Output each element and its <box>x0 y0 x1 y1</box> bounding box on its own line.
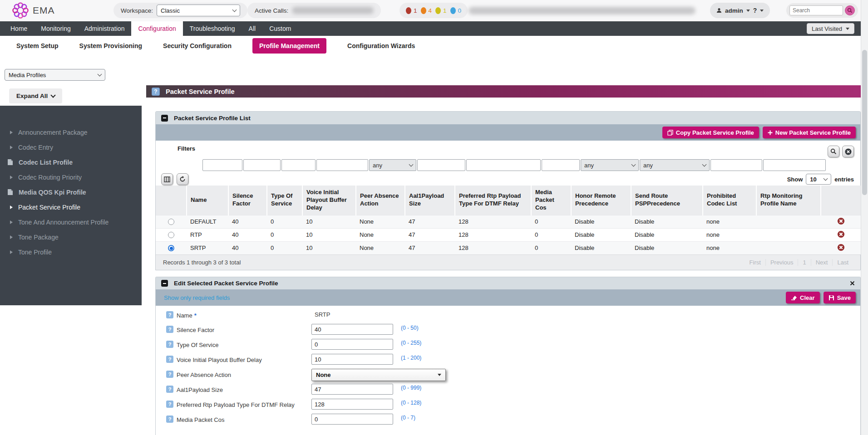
alarm-counter-major[interactable]: 4 <box>421 7 432 14</box>
row-radio-1[interactable] <box>168 232 174 238</box>
column-header-voice-initial-playout-buffer-delay[interactable]: Voice Initial Playout Buffer Delay <box>302 186 356 215</box>
column-header-rtp-monitoring-profile-name[interactable]: Rtp Monitoring Profile Name <box>756 186 821 215</box>
help-icon[interactable]: ? <box>166 371 173 378</box>
help-icon[interactable]: ? <box>166 356 173 363</box>
voice-initial-playout-buffer-delay-input[interactable] <box>311 354 393 365</box>
help-menu[interactable]: ? <box>753 7 757 14</box>
copy-packet-service-profile-button[interactable]: Copy Packet Service Profile <box>662 127 759 138</box>
refresh-button[interactable] <box>177 173 188 185</box>
nav-item-all[interactable]: All <box>242 21 263 36</box>
delete-row-button[interactable] <box>837 217 845 225</box>
collapse-icon[interactable] <box>161 280 168 287</box>
pagination-first[interactable]: First <box>745 259 765 266</box>
pagination-previous[interactable]: Previous <box>765 259 798 266</box>
show-required-fields-link[interactable]: Show only required fields <box>164 294 230 301</box>
filter-input-aal1payload-size[interactable] <box>417 159 465 171</box>
peer-absence-action-dropdown[interactable]: None <box>311 369 446 381</box>
row-radio-0[interactable] <box>168 219 174 225</box>
table-row-rtp[interactable]: RTP 40 0 10 None 47 128 0 Disable Disabl… <box>156 228 861 241</box>
filter-select-honor-remote-precedence[interactable]: any <box>581 159 639 171</box>
row-radio-2[interactable] <box>168 245 174 251</box>
column-header-honor-remote-precedence[interactable]: Honor Remote Precedence <box>571 186 631 215</box>
workspace-select[interactable]: Classic <box>157 5 240 16</box>
filter-search-button[interactable] <box>828 146 839 157</box>
media-packet-cos-input[interactable] <box>311 414 393 425</box>
subnav-item-profile-management[interactable]: Profile Management <box>252 38 326 54</box>
column-header-name[interactable]: Name <box>187 186 228 215</box>
vertical-scrollbar[interactable] <box>861 0 868 435</box>
search-input[interactable] <box>789 5 843 15</box>
alarm-counter-minor[interactable]: 1 <box>435 7 447 14</box>
filter-input-name[interactable] <box>202 159 242 171</box>
close-button[interactable] <box>850 281 855 286</box>
column-header-media-packet-cos[interactable]: Media Packet Cos <box>531 186 571 215</box>
column-header-type-of-service[interactable]: Type Of Service <box>267 186 302 215</box>
type-of-service-input[interactable] <box>311 339 393 350</box>
column-chooser-button[interactable] <box>161 173 173 185</box>
filter-input-media-packet-cos[interactable] <box>542 159 580 171</box>
nav-item-home[interactable]: Home <box>4 21 34 36</box>
filter-input-prohibited-codec-list[interactable] <box>710 159 762 171</box>
alarm-counters[interactable]: 1 4 1 0 <box>399 3 468 18</box>
delete-row-button[interactable] <box>837 244 845 251</box>
sidebar-item-codec-list-profile[interactable]: Codec List Profile <box>0 155 142 170</box>
column-header-send-route-pspprecedence[interactable]: Send Route PSPPrecedence <box>631 186 703 215</box>
preferred-rtp-payload-type-input[interactable] <box>311 399 393 410</box>
nav-item-monitoring[interactable]: Monitoring <box>34 21 77 36</box>
filter-input-type-of-service[interactable] <box>281 159 316 171</box>
filter-clear-button[interactable] <box>842 146 854 157</box>
nav-item-configuration[interactable]: Configuration <box>131 21 182 36</box>
filter-input-rtp-monitoring-profile-name[interactable] <box>763 159 826 171</box>
clear-button[interactable]: Clear <box>786 292 820 303</box>
filter-input-silence-factor[interactable] <box>243 159 281 171</box>
column-header-aal1payload-size[interactable]: Aal1Payload Size <box>405 186 455 215</box>
filter-input-voice-initial-playout-buffer-delay[interactable] <box>316 159 368 171</box>
pagination-next[interactable]: Next <box>811 259 833 266</box>
table-row-default[interactable]: DEFAULT 40 0 10 None 47 128 0 Disable Di… <box>156 215 861 228</box>
subnav-item-configuration-wizards[interactable]: Configuration Wizards <box>347 42 415 49</box>
help-icon[interactable]: ? <box>166 401 173 408</box>
collapse-icon[interactable] <box>161 115 168 122</box>
category-select[interactable]: Media Profiles <box>5 69 105 81</box>
help-icon[interactable]: ? <box>166 341 173 348</box>
subnav-item-security-configuration[interactable]: Security Configuration <box>163 42 232 49</box>
column-header-preferred-rtp-payload-type[interactable]: Preferred Rtp Payload Type For DTMF Rela… <box>455 186 531 215</box>
help-icon[interactable]: ? <box>166 326 173 333</box>
filter-input-preferred-rtp-payload-type[interactable] <box>466 159 541 171</box>
sidebar-item-codec-routing-priority[interactable]: Codec Routing Priority <box>0 170 142 185</box>
subnav-item-system-setup[interactable]: System Setup <box>16 42 59 49</box>
help-icon[interactable]: ? <box>166 386 173 393</box>
help-icon[interactable]: ? <box>166 311 173 318</box>
delete-row-button[interactable] <box>837 230 845 238</box>
search-button[interactable] <box>845 5 855 15</box>
scrollbar-thumb[interactable] <box>862 50 867 195</box>
nav-item-administration[interactable]: Administration <box>78 21 132 36</box>
nav-item-troubleshooting[interactable]: Troubleshooting <box>183 21 242 36</box>
sidebar-item-tone-profile[interactable]: Tone Profile <box>0 244 142 259</box>
pagination-last[interactable]: Last <box>832 259 853 266</box>
alarm-counter-info[interactable]: 0 <box>450 7 462 14</box>
sidebar-item-tone-and-announcement-profile[interactable]: Tone And Announcement Profile <box>0 215 142 230</box>
save-button[interactable]: Save <box>824 292 856 303</box>
silence-factor-input[interactable] <box>311 324 393 335</box>
sidebar-item-announcement-package[interactable]: Announcement Package <box>0 125 142 140</box>
column-header-peer-absence-action[interactable]: Peer Absence Action <box>356 186 405 215</box>
new-packet-service-profile-button[interactable]: New Packet Service Profile <box>763 127 856 138</box>
sidebar-item-tone-package[interactable]: Tone Package <box>0 230 142 244</box>
help-icon[interactable]: ? <box>166 415 173 423</box>
filter-select-peer-absence-action[interactable]: any <box>369 159 416 171</box>
column-header-prohibited-codec-list[interactable]: Prohibited Codec List <box>703 186 756 215</box>
expand-all-button[interactable]: Expand All <box>9 88 62 103</box>
nav-item-custom[interactable]: Custom <box>262 21 298 36</box>
help-icon[interactable]: ? <box>152 88 160 96</box>
pagination-page-1[interactable]: 1 <box>798 259 810 266</box>
user-menu[interactable]: admin ? <box>710 3 770 18</box>
aal1payload-size-input[interactable] <box>311 384 393 395</box>
alarm-counter-critical[interactable]: 1 <box>406 7 417 14</box>
last-visited-button[interactable]: Last Visited <box>807 23 854 34</box>
sidebar-item-media-qos-kpi-profile[interactable]: Media QOS Kpi Profile <box>0 185 142 200</box>
table-row-srtp[interactable]: SRTP 40 0 10 None 47 128 0 Disable Disab… <box>156 241 861 254</box>
filter-select-send-route-pspprecedence[interactable]: any <box>640 159 710 171</box>
page-size-select[interactable]: 10 <box>806 174 831 185</box>
sidebar-item-codec-entry[interactable]: Codec Entry <box>0 140 142 155</box>
